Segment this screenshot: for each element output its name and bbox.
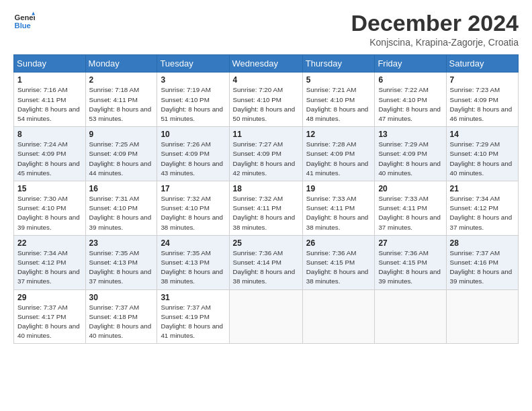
day-number: 19 (306, 184, 371, 193)
day-number: 7 (450, 75, 515, 85)
daylight-label: Daylight: 8 hours and 38 minutes. (306, 268, 369, 285)
day-number: 17 (161, 184, 225, 193)
calendar-row: 22 Sunrise: 7:34 AM Sunset: 4:12 PM Dayl… (14, 235, 519, 289)
day-info: Sunrise: 7:36 AM Sunset: 4:14 PM Dayligh… (233, 248, 299, 287)
daylight-label: Daylight: 8 hours and 41 minutes. (306, 160, 369, 177)
header: General Blue December 2024 Konjscina, Kr… (13, 11, 519, 48)
sunset-label: Sunset: 4:14 PM (233, 259, 281, 266)
table-cell: 1 Sunrise: 7:16 AM Sunset: 4:11 PM Dayli… (14, 73, 86, 127)
day-number: 29 (17, 293, 82, 302)
daylight-label: Daylight: 8 hours and 46 minutes. (450, 105, 513, 122)
daylight-label: Daylight: 8 hours and 53 minutes. (89, 105, 152, 122)
daylight-label: Daylight: 8 hours and 44 minutes. (89, 160, 152, 177)
day-number: 9 (89, 130, 154, 139)
header-wednesday: Wednesday (229, 55, 302, 73)
day-info: Sunrise: 7:37 AM Sunset: 4:17 PM Dayligh… (17, 303, 82, 341)
logo: General Blue (13, 11, 35, 32)
sunset-label: Sunset: 4:13 PM (89, 259, 138, 266)
table-cell: 26 Sunrise: 7:36 AM Sunset: 4:15 PM Dayl… (302, 235, 375, 289)
daylight-label: Daylight: 8 hours and 40 minutes. (450, 160, 513, 177)
daylight-label: Daylight: 8 hours and 39 minutes. (89, 214, 152, 230)
daylight-label: Daylight: 8 hours and 37 minutes. (89, 268, 152, 285)
sunrise-label: Sunrise: 7:36 AM (306, 249, 357, 257)
daylight-label: Daylight: 8 hours and 37 minutes. (17, 268, 80, 285)
daylight-label: Daylight: 8 hours and 41 minutes. (161, 322, 223, 339)
table-cell: 31 Sunrise: 7:37 AM Sunset: 4:19 PM Dayl… (157, 289, 229, 344)
sunrise-label: Sunrise: 7:22 AM (378, 86, 429, 93)
sunrise-label: Sunrise: 7:36 AM (233, 249, 283, 257)
day-info: Sunrise: 7:37 AM Sunset: 4:16 PM Dayligh… (450, 248, 515, 287)
sunrise-label: Sunrise: 7:29 AM (378, 140, 429, 148)
day-number: 18 (233, 184, 299, 193)
daylight-label: Daylight: 8 hours and 45 minutes. (17, 160, 80, 177)
table-cell: 8 Sunrise: 7:24 AM Sunset: 4:09 PM Dayli… (14, 127, 86, 181)
day-number: 4 (233, 75, 299, 85)
day-info: Sunrise: 7:36 AM Sunset: 4:15 PM Dayligh… (378, 248, 442, 287)
table-cell: 17 Sunrise: 7:32 AM Sunset: 4:10 PM Dayl… (157, 181, 229, 236)
day-info: Sunrise: 7:33 AM Sunset: 4:11 PM Dayligh… (306, 194, 371, 232)
table-cell: 6 Sunrise: 7:22 AM Sunset: 4:10 PM Dayli… (375, 73, 446, 127)
sunset-label: Sunset: 4:10 PM (161, 204, 209, 212)
table-cell: 5 Sunrise: 7:21 AM Sunset: 4:10 PM Dayli… (302, 73, 375, 127)
daylight-label: Daylight: 8 hours and 39 minutes. (17, 214, 80, 230)
day-info: Sunrise: 7:35 AM Sunset: 4:13 PM Dayligh… (161, 248, 225, 287)
sunset-label: Sunset: 4:09 PM (306, 150, 355, 157)
day-number: 22 (17, 238, 82, 248)
day-info: Sunrise: 7:22 AM Sunset: 4:10 PM Dayligh… (378, 85, 442, 124)
sunset-label: Sunset: 4:09 PM (233, 150, 281, 157)
table-cell: 3 Sunrise: 7:19 AM Sunset: 4:10 PM Dayli… (157, 73, 229, 127)
sunset-label: Sunset: 4:09 PM (450, 96, 498, 103)
table-cell: 15 Sunrise: 7:30 AM Sunset: 4:10 PM Dayl… (14, 181, 86, 236)
day-number: 10 (161, 130, 225, 139)
table-cell: 9 Sunrise: 7:25 AM Sunset: 4:09 PM Dayli… (85, 127, 157, 181)
sunrise-label: Sunrise: 7:37 AM (17, 304, 68, 311)
daylight-label: Daylight: 8 hours and 40 minutes. (89, 322, 152, 339)
table-cell: 14 Sunrise: 7:29 AM Sunset: 4:10 PM Dayl… (446, 127, 518, 181)
sunrise-label: Sunrise: 7:16 AM (17, 86, 68, 93)
sunset-label: Sunset: 4:10 PM (161, 96, 209, 103)
sunrise-label: Sunrise: 7:27 AM (233, 140, 283, 148)
daylight-label: Daylight: 8 hours and 42 minutes. (233, 160, 296, 177)
day-info: Sunrise: 7:37 AM Sunset: 4:18 PM Dayligh… (89, 303, 154, 341)
day-number: 27 (378, 238, 442, 248)
sunset-label: Sunset: 4:17 PM (17, 313, 66, 320)
table-cell: 30 Sunrise: 7:37 AM Sunset: 4:18 PM Dayl… (85, 289, 157, 344)
day-number: 8 (17, 130, 82, 139)
sunrise-label: Sunrise: 7:24 AM (17, 140, 68, 148)
sunset-label: Sunset: 4:11 PM (89, 96, 138, 103)
sunrise-label: Sunrise: 7:19 AM (161, 86, 211, 93)
day-info: Sunrise: 7:20 AM Sunset: 4:10 PM Dayligh… (233, 85, 299, 124)
month-title: December 2024 (351, 11, 519, 36)
daylight-label: Daylight: 8 hours and 38 minutes. (233, 214, 296, 230)
daylight-label: Daylight: 8 hours and 39 minutes. (450, 268, 513, 285)
daylight-label: Daylight: 8 hours and 37 minutes. (450, 214, 513, 230)
day-info: Sunrise: 7:26 AM Sunset: 4:09 PM Dayligh… (161, 140, 225, 178)
table-cell: 7 Sunrise: 7:23 AM Sunset: 4:09 PM Dayli… (446, 73, 518, 127)
daylight-label: Daylight: 8 hours and 39 minutes. (378, 268, 441, 285)
table-cell: 29 Sunrise: 7:37 AM Sunset: 4:17 PM Dayl… (14, 289, 86, 344)
sunset-label: Sunset: 4:11 PM (17, 96, 66, 103)
sunset-label: Sunset: 4:11 PM (378, 204, 427, 212)
sunrise-label: Sunrise: 7:36 AM (378, 249, 429, 257)
day-info: Sunrise: 7:25 AM Sunset: 4:09 PM Dayligh… (89, 140, 154, 178)
logo-icon: General Blue (13, 11, 35, 32)
sunset-label: Sunset: 4:10 PM (233, 96, 281, 103)
sunrise-label: Sunrise: 7:25 AM (89, 140, 140, 148)
sunset-label: Sunset: 4:16 PM (450, 259, 498, 266)
day-info: Sunrise: 7:27 AM Sunset: 4:09 PM Dayligh… (233, 140, 299, 178)
day-info: Sunrise: 7:31 AM Sunset: 4:10 PM Dayligh… (89, 194, 154, 232)
sunrise-label: Sunrise: 7:26 AM (161, 140, 211, 148)
sunset-label: Sunset: 4:13 PM (161, 259, 209, 266)
day-number: 1 (17, 75, 82, 85)
sunset-label: Sunset: 4:09 PM (89, 150, 138, 157)
day-number: 5 (306, 75, 371, 85)
day-info: Sunrise: 7:35 AM Sunset: 4:13 PM Dayligh… (89, 248, 154, 287)
header-tuesday: Tuesday (157, 55, 229, 73)
sunrise-label: Sunrise: 7:30 AM (17, 195, 68, 202)
sunset-label: Sunset: 4:18 PM (89, 313, 138, 320)
table-cell: 4 Sunrise: 7:20 AM Sunset: 4:10 PM Dayli… (229, 73, 302, 127)
table-cell: 10 Sunrise: 7:26 AM Sunset: 4:09 PM Dayl… (157, 127, 229, 181)
sunset-label: Sunset: 4:12 PM (450, 204, 498, 212)
subtitle: Konjscina, Krapina-Zagorje, Croatia (351, 37, 519, 48)
header-friday: Friday (375, 55, 446, 73)
